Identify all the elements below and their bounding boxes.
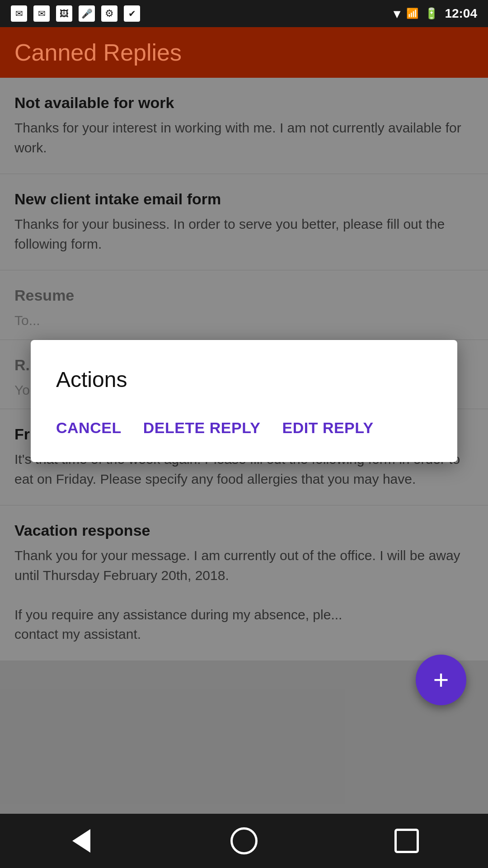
dialog-title: Actions bbox=[56, 367, 432, 392]
mic-icon: 🎤 bbox=[79, 5, 95, 22]
add-icon: + bbox=[433, 666, 449, 693]
cancel-button[interactable]: CANCEL bbox=[56, 415, 122, 440]
nav-recents-button[interactable] bbox=[380, 823, 434, 859]
signal-icon: 📶 bbox=[406, 8, 418, 19]
task-icon: ✔ bbox=[124, 5, 140, 22]
sync-icon: ⚙ bbox=[101, 5, 117, 22]
dialog-actions: CANCEL DELETE REPLY EDIT REPLY bbox=[56, 415, 432, 440]
delete-reply-button[interactable]: DELETE REPLY bbox=[143, 415, 261, 440]
status-bar: ✉ ✉ 🖼 🎤 ⚙ ✔ ▾ 📶 🔋 12:04 bbox=[0, 0, 488, 27]
battery-icon: 🔋 bbox=[425, 7, 438, 20]
recents-icon bbox=[394, 829, 419, 853]
nav-home-button[interactable] bbox=[217, 823, 271, 859]
status-icons: ✉ ✉ 🖼 🎤 ⚙ ✔ bbox=[11, 5, 140, 22]
home-icon bbox=[230, 827, 258, 854]
edit-reply-button[interactable]: EDIT REPLY bbox=[282, 415, 373, 440]
background-content: Not available for work Thanks for your i… bbox=[0, 78, 488, 814]
back-icon bbox=[72, 829, 90, 853]
app-bar: Canned Replies bbox=[0, 27, 488, 78]
wifi-icon: ▾ bbox=[394, 6, 400, 21]
bottom-nav bbox=[0, 814, 488, 868]
actions-dialog: Actions CANCEL DELETE REPLY EDIT REPLY bbox=[31, 340, 457, 462]
clock: 12:04 bbox=[445, 6, 477, 21]
status-right: ▾ 📶 🔋 12:04 bbox=[394, 6, 477, 21]
add-fab-button[interactable]: + bbox=[416, 655, 466, 705]
nav-back-button[interactable] bbox=[54, 823, 108, 859]
mail-icon: ✉ bbox=[11, 5, 27, 22]
image-icon: 🖼 bbox=[56, 5, 72, 22]
mail2-icon: ✉ bbox=[33, 5, 50, 22]
app-bar-title: Canned Replies bbox=[14, 39, 182, 66]
